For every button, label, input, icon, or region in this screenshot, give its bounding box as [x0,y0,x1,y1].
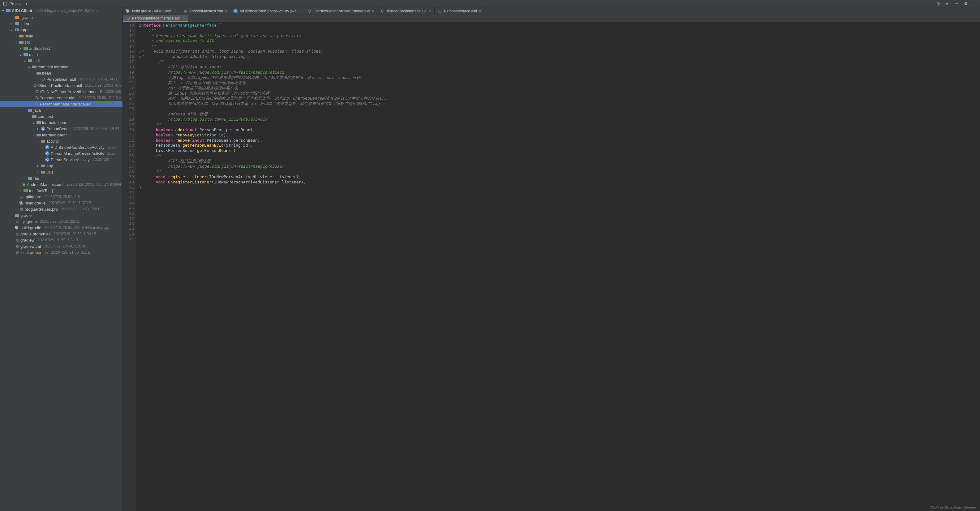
editor-tab[interactable]: 🐘build.gradle (AIDLClient)× [123,8,180,14]
expander-icon[interactable]: › [10,16,14,19]
expander-icon[interactable]: › [40,158,44,161]
tree-row[interactable]: ⬡PersonInterface.aidl2023/7/29, 20:50, 4… [0,95,123,101]
tree-row[interactable]: 🐘build.gradle2023/7/29, 20:50, 530 B 44 … [0,224,123,231]
code-line[interactable]: */ [139,44,980,49]
tree-row[interactable]: ⌄learnaidlclient [0,132,123,138]
expander-icon[interactable]: › [19,189,22,193]
expander-icon[interactable]: ⌄ [36,140,40,143]
code-line[interactable]: Android AIDL 使用 [139,111,980,117]
tree-row[interactable]: ›build [0,33,123,39]
editor-tabs-row-2[interactable]: ⬡PersonMannageInterface.aidl× [123,15,980,22]
code-line[interactable]: AIDL-接口注册/解注册 [139,159,980,164]
code-line[interactable]: } [139,185,980,190]
tree-row[interactable]: ›.gradle [0,14,123,21]
tree-row[interactable]: ›gradle [0,212,123,218]
code-line[interactable]: https://www.yuque.com/jiajun-faizt/haag2… [139,164,980,169]
code-line[interactable]: /* [139,59,980,65]
expander-icon[interactable]: ⌄ [19,53,22,56]
tree-row[interactable]: ⬡IOnNewPersonArrivedListener.aidl2023/7/… [0,89,123,95]
editor-tab[interactable]: ⬡IOnNewPersonArrivedListener.aidl× [304,8,377,14]
code-line[interactable]: 定向Tag。定向Tag表示在跨进程通信中数据的流向，用于标注方法的参数值，分为 … [139,75,980,80]
code-line[interactable]: /* [139,153,980,159]
expander-icon[interactable]: › [14,34,18,38]
editor-content[interactable]: 1011121314151617181920212223242526272829… [123,22,980,511]
expander-icon[interactable]: › [36,164,40,168]
editor-tabs-row-1[interactable]: 🐘build.gradle (AIDLClient)×▣AndroidManif… [123,8,980,15]
code-line[interactable]: 此外，如果AIDL方法接口的参数值类型是：基本数据类型、String、CharS… [139,96,980,101]
tree-row[interactable]: ⌄main [0,51,123,57]
tree-row[interactable]: ›androidTest [0,45,123,51]
close-icon[interactable]: × [372,9,374,13]
sort-icon[interactable]: ≡ [945,1,950,6]
tree-row[interactable]: ▤.gitignore2023/7/29, 20:50, 6 B [0,194,123,200]
code-area[interactable]: interface PersonMannageInterface { /** *… [137,22,980,511]
code-line[interactable]: * and return values in AIDL. [139,39,980,44]
tree-row[interactable]: ⬡PersonMannageInterface.aidl2023/7/29, 2… [0,101,123,107]
code-line[interactable]: AIDL-修饰符in,out,inout [139,65,980,70]
tree-row[interactable]: ›CAIDIBinderPoolServiceActivity2023 [0,144,123,150]
project-sidebar[interactable]: ▼ AIDLClient ~/Desktop/android_project/A… [0,8,123,511]
close-icon[interactable]: × [479,9,481,13]
close-icon[interactable]: × [175,9,177,13]
expander-icon[interactable]: ⌄ [32,72,35,75]
tree-row[interactable]: ⌄java [0,107,123,113]
close-icon[interactable]: × [183,16,185,21]
code-line[interactable]: interface PersonMannageInterface { [139,23,980,28]
editor-tab[interactable]: CAIDIBinderPoolServiceActivity.java× [230,8,304,14]
expander-icon[interactable]: › [10,214,14,217]
tree-row[interactable]: ›test [unitTest] [0,188,123,194]
code-line[interactable]: out 表示数据只能由服务端流向客户端， [139,86,980,91]
code-line[interactable]: 其中 in 表示数据只能由客户端流向服务端， [139,80,980,86]
expander-icon[interactable]: › [40,146,44,149]
tree-row[interactable]: ⌄aidl [0,57,123,64]
code-line[interactable]: */ [139,122,980,127]
expander-icon[interactable]: › [40,152,44,155]
tree-row[interactable]: ⌄com.test.learnaidl [0,64,123,70]
project-tree-icon[interactable] [3,1,8,6]
tree-row[interactable]: ▤proguard-rules.pro2023/7/29, 20:50, 750… [0,206,123,212]
expander-icon[interactable]: ⌄ [23,108,27,112]
code-line[interactable]: 那么这些参数值的定向 Tag 默认是且只能是 in，所以除了这些类型外，其他参数… [139,101,980,107]
expander-icon[interactable]: ⌄ [32,133,35,137]
expander-icon[interactable]: › [19,47,22,50]
close-icon[interactable]: × [429,9,431,13]
tree-row[interactable]: ▤gradlew2023/7/29, 20:50, 5.3 kB [0,237,123,243]
code-line[interactable]: // void basicTypes(int anInt, long aLong… [139,49,980,54]
expander-icon[interactable]: ⌄ [27,65,31,68]
tree-row[interactable]: ›CPersonBean2023/7/29, 20:50, 3.84 kB 44 [0,126,123,132]
code-line[interactable]: https://www.yuque.com/jiajun-faizt/haag2… [139,70,980,75]
editor-tab[interactable]: ⬡PersonInterface.aidl× [434,8,484,14]
target-icon[interactable]: ◎ [935,1,940,6]
tree-row[interactable]: ⌄activity [0,138,123,144]
expander-icon[interactable]: › [36,170,40,174]
code-line[interactable]: * Demonstrates some basic types that you… [139,33,980,39]
tree-row[interactable]: ⬡PersonBean.aidl2023/7/29, 20:50, 343 B [0,76,123,82]
code-line[interactable]: PersonBean getPersonBeanById(String id); [139,143,980,148]
tree-row[interactable]: 🐘build.gradle2023/7/29, 20:50, 1.07 kB [0,200,123,206]
tree-row[interactable]: ⬡IBinderPoolInterface.aidl2023/7/29, 20:… [0,82,123,89]
code-line[interactable]: boolean add(inout PersonBean personBean)… [139,127,980,133]
chevron-icon[interactable]: ▼ [1,9,5,13]
expander-icon[interactable]: › [10,22,14,25]
code-line[interactable]: List<PersonBean> getPersonBeans(); [139,148,980,153]
tree-row[interactable]: ›.idea [0,21,123,27]
code-line[interactable]: boolean remove(inout PersonBean personBe… [139,138,980,143]
code-line[interactable]: */ [139,169,980,175]
file-tree[interactable]: ›.gradle›.idea⌄app›build⌄src›androidTest… [0,14,123,259]
code-line[interactable]: 而 inout 则表示数据可在服务端与客户端之间双向流通。 [139,91,980,96]
code-line[interactable]: ---------------------------- [139,107,980,111]
gear-icon[interactable]: ⚙ [963,1,968,6]
editor-tab[interactable]: ⬡PersonMannageInterface.aidl× [123,15,188,22]
tree-row[interactable]: ⌄bean [0,70,123,76]
expander-icon[interactable]: ⌄ [32,121,35,124]
project-root[interactable]: ▼ AIDLClient ~/Desktop/android_project/A… [0,8,123,14]
expander-icon[interactable]: › [36,127,40,131]
expander-icon[interactable]: › [23,177,27,180]
tree-row[interactable]: ▣AndroidManifest.xml2023/7/29, 20:50, 80… [0,181,123,188]
editor-tab[interactable]: ⬡IBinderPoolInterface.aidl× [377,8,434,14]
expander-icon[interactable]: ⌄ [27,115,31,118]
tree-row[interactable]: ⌄com.test [0,113,123,119]
close-icon[interactable]: × [299,9,301,13]
code-line[interactable]: // double aDouble, String aString); [139,54,980,59]
close-icon[interactable]: × [224,9,227,13]
